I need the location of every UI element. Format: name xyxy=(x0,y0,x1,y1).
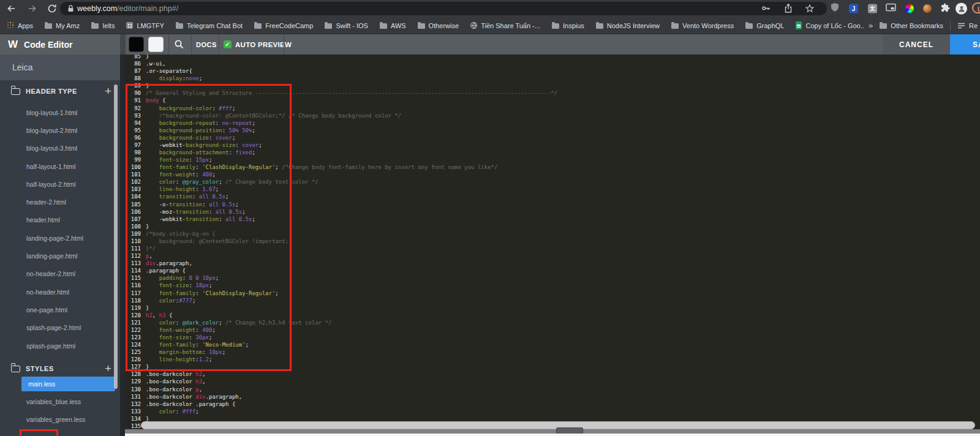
other-bookmarks[interactable]: Other Bookmarks xyxy=(880,22,943,29)
code-line[interactable]: 103 line-height: 1.67; xyxy=(125,186,980,193)
bookmark-item[interactable]: Inspius xyxy=(552,22,584,29)
code-line[interactable]: 118 color:#777; xyxy=(125,297,980,304)
picture-in-picture-icon[interactable] xyxy=(886,3,896,14)
bookmark-item[interactable]: Copy of Lốc - Goo... xyxy=(796,21,865,29)
code-line[interactable]: 89} xyxy=(125,82,980,89)
code-line[interactable]: 104 transition: all 0.5s; xyxy=(125,193,980,200)
sidebar-file-item[interactable]: landing-page-2.html xyxy=(0,229,120,247)
sidebar-file-item[interactable]: half-layout-2.html xyxy=(0,175,120,193)
theme-dark-swatch[interactable] xyxy=(129,37,144,52)
code-line[interactable]: 116 font-size: 18px; xyxy=(125,282,980,289)
bookmark-item[interactable]: AWS xyxy=(380,22,406,29)
auto-preview-checkbox[interactable]: ✓ xyxy=(224,40,232,48)
theme-light-swatch[interactable] xyxy=(148,37,164,52)
code-line[interactable]: 99 font-size: 15px; xyxy=(125,156,980,164)
bookmarks-overflow-chevron[interactable]: » xyxy=(869,21,873,30)
section-header-styles[interactable]: STYLES + xyxy=(0,361,120,376)
bookmark-star-icon[interactable] xyxy=(805,4,815,16)
code-line[interactable]: 98 background-attachment: fixed; xyxy=(125,149,980,156)
code-line[interactable]: 130.boo-darkcolor p, xyxy=(125,386,980,393)
bookmark-item[interactable]: NodeJS Interview xyxy=(596,22,660,29)
monkey-extension-icon[interactable] xyxy=(923,4,932,13)
code-line[interactable]: 112p, xyxy=(125,252,980,260)
code-line[interactable]: 128.boo-darkcolor h2, xyxy=(125,370,980,378)
code-editor[interactable]: 85}86.w-ui,87.or-separator{88 display:no… xyxy=(125,55,980,436)
bookmark-item[interactable]: Otherwise xyxy=(418,22,459,29)
code-line[interactable]: 129.boo-darkcolor h3, xyxy=(125,378,980,385)
sidebar-file-item[interactable]: splash-page.html xyxy=(0,337,120,355)
code-line[interactable]: 94 background-repeat: no-repeat; xyxy=(125,119,980,127)
code-line[interactable]: 125 margin-bottom: 10px; xyxy=(125,348,980,356)
code-line[interactable]: 88 display:none; xyxy=(125,75,980,82)
bookmark-item[interactable]: FreeCodeCamp xyxy=(254,22,313,29)
code-line[interactable]: 114.paragraph { xyxy=(125,267,980,274)
code-line[interactable]: 110 background: @ContentBGColor !importa… xyxy=(125,238,980,245)
code-line[interactable]: 105 -o-transition: all 0.5s; xyxy=(125,201,980,208)
search-icon[interactable] xyxy=(174,39,184,52)
code-line[interactable]: 126 line-height:1.2; xyxy=(125,356,980,363)
forward-icon[interactable] xyxy=(27,4,37,14)
bookmark-item[interactable]: Vento Wordpress xyxy=(671,22,734,29)
code-line[interactable]: 90/* General Styling and Structure -----… xyxy=(125,89,980,97)
sidebar-file-item[interactable]: blog-layout-2.html xyxy=(0,121,120,139)
code-line[interactable]: 132.boo-darkcolor .paragraph { xyxy=(125,400,980,408)
code-line[interactable]: 92 background-color: #fff; xyxy=(125,105,980,112)
add-style-button[interactable]: + xyxy=(105,361,111,376)
code-line[interactable]: 117 font-family: 'ClashDisplay-Regular'; xyxy=(125,290,980,297)
bookmark-item[interactable]: LMGTFY xyxy=(126,22,164,29)
code-line[interactable]: 85} xyxy=(125,55,980,60)
sidebar-file-item[interactable]: half-layout-1.html xyxy=(0,157,120,175)
bookmark-item[interactable]: Telegram Chat Bot xyxy=(176,22,243,29)
code-line[interactable]: 124 font-family: 'Neco-Medium'; xyxy=(125,341,980,348)
code-line[interactable]: 106 -moz-transition: all 0.5s; xyxy=(125,208,980,216)
docs-button[interactable]: DOCS xyxy=(195,34,218,55)
sidebar-file-item[interactable]: header-2.html xyxy=(0,193,120,211)
code-line[interactable]: 91body { xyxy=(125,97,980,104)
bookmark-item[interactable]: Ielts xyxy=(91,22,115,29)
code-line[interactable]: 122 font-weight: 400; xyxy=(125,326,980,334)
code-line[interactable]: 113div.paragraph, xyxy=(125,260,980,267)
section-header-header-type[interactable]: HEADER TYPE + xyxy=(0,84,120,99)
bookmark-item[interactable]: My Amz xyxy=(45,22,80,29)
code-line[interactable]: 107 -webkit-transition: all 0.5s; xyxy=(125,216,980,223)
sidebar-file-item[interactable]: variables_blue.less xyxy=(0,393,120,411)
cancel-button[interactable]: CANCEL xyxy=(883,34,950,55)
code-line[interactable]: 95 background-position: 50% 50%; xyxy=(125,127,980,134)
reading-list[interactable]: Re xyxy=(957,22,978,29)
code-line[interactable]: 87.or-separator{ xyxy=(125,67,980,75)
sidebar-file-item[interactable]: main.less xyxy=(0,375,120,393)
bookmark-item[interactable]: Apps xyxy=(7,22,33,29)
extensions-puzzle-icon[interactable] xyxy=(940,2,950,15)
code-line[interactable]: 102 color: @gray_color; /* Change body t… xyxy=(125,178,980,186)
sidebar-file-item[interactable]: splash-page-2.html xyxy=(0,319,120,337)
sidebar-file-item[interactable]: variables_green.less xyxy=(0,410,120,428)
lock-icon[interactable] xyxy=(67,4,74,15)
sidebar-file-item[interactable]: blog-layout-1.html xyxy=(0,103,120,121)
code-line[interactable]: 109/*body.sticky-bg-on { xyxy=(125,230,980,238)
sidebar-file-item[interactable]: no-header.html xyxy=(0,283,120,301)
code-line[interactable]: 133 color: #fff; xyxy=(125,408,980,415)
profile-avatar[interactable] xyxy=(956,3,967,15)
code-line[interactable]: 101 font-weight: 400; xyxy=(125,171,980,178)
sidebar-file-item[interactable]: header.html xyxy=(0,211,120,229)
bookmark-item[interactable]: Swift - IOS xyxy=(325,22,368,29)
page-scrollbar-track[interactable] xyxy=(125,429,980,434)
add-file-button[interactable]: + xyxy=(105,84,111,99)
url-bar[interactable]: weebly.com/editor/main.php#/ xyxy=(60,2,827,15)
code-line[interactable]: 86.w-ui, xyxy=(125,60,980,67)
sidebar-file-item[interactable]: no-header-2.html xyxy=(0,265,120,283)
code-line[interactable]: 121 color: @dark_color; /* Change h2,h3,… xyxy=(125,319,980,326)
code-line[interactable]: 123 font-size: 36px; xyxy=(125,334,980,341)
bookmark-item[interactable]: Tiền Share Tuấn -... xyxy=(470,22,540,29)
save-button[interactable]: SAVE xyxy=(950,34,980,55)
sidebar-file-item[interactable]: blog-layout-3.html xyxy=(0,140,120,157)
password-key-icon[interactable] xyxy=(761,4,771,15)
code-line[interactable]: 131.boo-darkcolor div.paragraph, xyxy=(125,393,980,400)
back-icon[interactable] xyxy=(6,4,17,14)
color-wheel-extension-icon[interactable] xyxy=(905,4,914,13)
reload-icon[interactable] xyxy=(47,4,57,13)
code-line[interactable]: 93 /*background-color: @ContentBGColor;*… xyxy=(125,112,980,119)
sidebar-file-item[interactable]: one-page.html xyxy=(0,301,120,318)
shield-extension-icon[interactable] xyxy=(831,2,839,15)
code-line[interactable]: 127} xyxy=(125,363,980,370)
